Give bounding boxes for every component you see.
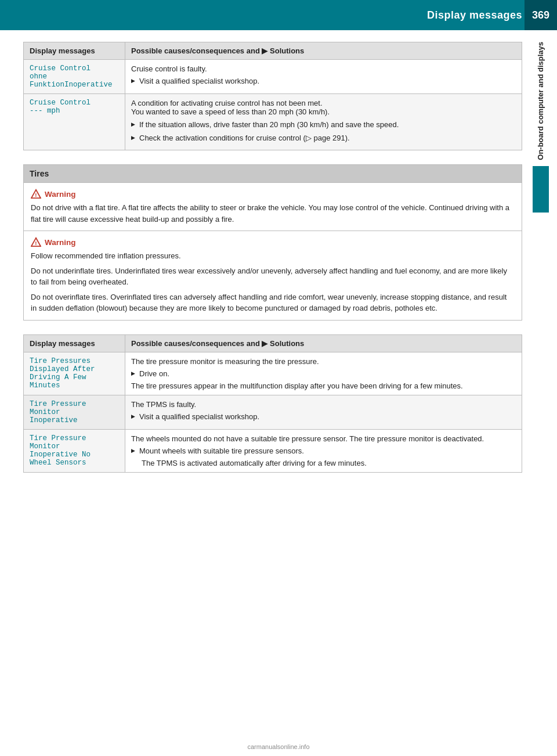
sidebar-label: On-board computer and displays (525, 30, 557, 213)
causes-cruise-control-inoperative: Cruise control is faulty. Visit a qualif… (125, 60, 522, 94)
warning-title-2: ! Warning (31, 237, 515, 247)
svg-text:!: ! (35, 240, 37, 246)
warning-text2-p1: Follow recommended tire inflation pressu… (31, 250, 515, 262)
tires-section: Tires ! Warning Do not drive with a flat… (23, 164, 522, 321)
tires-section-header: Tires (24, 165, 522, 183)
list-item: Visit a qualified specialist workshop. (131, 411, 516, 423)
warning-text-1: Do not drive with a flat tire. A flat ti… (31, 202, 515, 225)
table2-col1-header: Display messages (24, 334, 125, 352)
page-number: 369 (525, 0, 557, 30)
msg-tpms-no-sensors: Tire PressureMonitorInoperative NoWheel … (24, 430, 125, 473)
causes-tpms-inoperative: The TPMS is faulty. Visit a qualified sp… (125, 395, 522, 430)
warning-label-2: Warning (45, 238, 76, 247)
list-item: Check the activation conditions for crui… (131, 132, 516, 144)
tires-table: Display messages Possible causes/consequ… (23, 334, 522, 473)
list-item: Visit a qualified specialist workshop. (131, 75, 516, 87)
table1-col2-header: Possible causes/consequences and ▶ Solut… (125, 42, 522, 60)
list-item: Drive on. (131, 368, 516, 380)
warning-title-1: ! Warning (31, 189, 515, 199)
msg-cruise-control-mph: Cruise Control--- mph (24, 94, 125, 150)
warning-text2-p2: Do not underinflate tires. Underinflated… (31, 265, 515, 288)
cruise-control-table: Display messages Possible causes/consequ… (23, 42, 522, 150)
warning-icon-2: ! (31, 237, 41, 247)
causes-tpms-no-sensors: The wheels mounted do not have a suitabl… (125, 430, 522, 473)
table-row: Tire PressuresDisplayed AfterDriving A F… (24, 352, 522, 395)
causes-cruise-control-mph: A condition for activating cruise contro… (125, 94, 522, 150)
msg-tpms-inoperative: Tire PressureMonitorInoperative (24, 395, 125, 430)
list-item: If the situation allows, drive faster th… (131, 119, 516, 131)
footer: carmanualsonline.info (0, 743, 557, 750)
header-title: Display messages (427, 9, 522, 21)
main-content: Display messages Possible causes/consequ… (23, 30, 522, 498)
table-row: Tire PressureMonitorInoperative The TPMS… (24, 395, 522, 430)
causes-tire-pressure-displayed: The tire pressure monitor is measuring t… (125, 352, 522, 395)
sidebar-accent (533, 166, 549, 213)
table-row: Cruise Control--- mph A condition for ac… (24, 94, 522, 150)
footer-watermark: carmanualsonline.info (247, 743, 309, 750)
header-bar: Display messages 369 (0, 0, 557, 30)
warning-text2-p3: Do not overinflate tires. Overinflated t… (31, 291, 515, 314)
table1-col1-header: Display messages (24, 42, 125, 60)
table-row: Cruise ControlohneFunktionInoperative Cr… (24, 60, 522, 94)
msg-tire-pressure-displayed: Tire PressuresDisplayed AfterDriving A F… (24, 352, 125, 395)
warning-box-2: ! Warning Follow recommended tire inflat… (24, 231, 522, 320)
table-row: Tire PressureMonitorInoperative NoWheel … (24, 430, 522, 473)
warning-icon-1: ! (31, 189, 41, 199)
table2-col2-header: Possible causes/consequences and ▶ Solut… (125, 334, 522, 352)
sidebar-text: On-board computer and displays (536, 42, 546, 160)
warning-box-1: ! Warning Do not drive with a flat tire.… (24, 183, 522, 231)
msg-cruise-control-inoperative: Cruise ControlohneFunktionInoperative (24, 60, 125, 94)
list-item: Mount wheels with suitable tire pressure… (131, 445, 516, 457)
svg-text:!: ! (35, 192, 37, 198)
warning-label-1: Warning (45, 190, 76, 199)
